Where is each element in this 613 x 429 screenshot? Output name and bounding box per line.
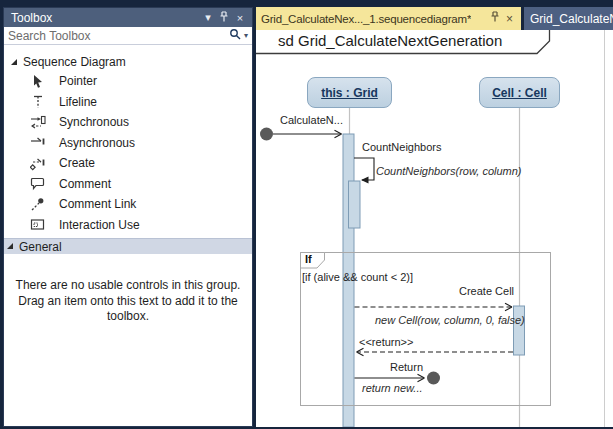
toolbox-item-pointer[interactable]: Pointer [4,71,252,92]
pin-icon[interactable] [487,11,502,26]
editor-area: Grid_CalculateNex..._1.sequencediagram* … [256,0,613,427]
item-label: Interaction Use [59,218,140,232]
message-return-label[interactable]: <<return>> [359,336,413,348]
search-input[interactable] [8,29,229,43]
comment-icon [29,176,46,192]
comment-link-icon [29,196,46,212]
section-label: General [19,240,62,254]
toolbox-item-comment[interactable]: Comment [4,174,252,195]
interaction-use-icon [29,217,46,233]
lifeline-icon [29,94,46,110]
item-label: Pointer [59,74,97,88]
section-label: Sequence Diagram [23,55,126,69]
diagram-frame-title[interactable]: sd Grid_CalculateNextGeneration [278,32,502,49]
create-icon [29,155,46,171]
toolbox-item-lifeline[interactable]: Lifeline [4,92,252,113]
fragment-if-operator[interactable]: If [305,253,312,265]
toolbox-content: Sequence Diagram Pointer Lifeline Sync [4,45,252,426]
tab-label: Grid_CalculateNe... [530,12,613,26]
toolbox-titlebar[interactable]: Toolbox ▾ × [4,8,252,27]
asynchronous-icon [29,135,46,151]
magnifier-icon[interactable] [229,27,242,45]
message-calculate-label[interactable]: CalculateN... [280,114,343,126]
synchronous-icon [29,114,46,130]
pointer-icon [29,73,46,89]
close-icon[interactable]: × [232,12,248,24]
message-countneighbors-signature[interactable]: CountNeighbors(row, column) [376,165,522,177]
item-label: Create [59,156,95,170]
lifeline-head-cell[interactable]: Cell : Cell [479,77,560,108]
toolbox-panel: Toolbox ▾ × ▾ Sequence Diagram Pointer [3,7,253,427]
message-countneighbors-arrowhead [361,176,369,183]
fragment-if-guard[interactable]: [if (alive && count < 2)] [302,271,413,283]
found-message-endpoint[interactable] [260,128,273,141]
item-label: Lifeline [59,95,97,109]
section-header-general[interactable]: General [4,238,252,254]
item-label: Synchronous [59,115,129,129]
item-label: Comment [59,177,111,191]
expanded-triangle-icon [7,243,13,249]
message-lost-return-signature[interactable]: return new... [362,382,423,394]
message-countneighbors-line[interactable] [354,158,374,180]
window-position-dropdown-icon[interactable]: ▾ [200,11,216,24]
tab-sequencediagram-active[interactable]: Grid_CalculateNex..._1.sequencediagram* … [256,7,521,30]
toolbox-item-asynchronous[interactable]: Asynchronous [4,133,252,154]
lost-message-endpoint[interactable] [427,372,440,385]
message-create-signature[interactable]: new Cell(row, column, 0, false) [375,314,525,326]
vs-window: { "colors": { "window_bg": "#16253D", "t… [0,0,613,429]
item-label: Asynchronous [59,136,135,150]
message-lost-return-label[interactable]: Return [390,361,423,373]
expanded-triangle-icon [11,59,17,65]
close-icon[interactable]: × [502,12,517,26]
empty-group-text: There are no usable controls in this gro… [14,278,242,325]
item-label: Comment Link [59,197,136,211]
tab-label: Grid_CalculateNex..._1.sequencediagram* [261,13,471,25]
toolbox-item-interaction-use[interactable]: Interaction Use [4,215,252,236]
toolbox-search-box: ▾ [4,27,252,45]
lifeline-head-this-grid[interactable]: this : Grid [307,77,392,108]
message-create-label[interactable]: Create Cell [459,285,514,297]
activation-countneighbors[interactable] [349,181,361,228]
toolbox-item-create[interactable]: Create [4,153,252,174]
diagram-canvas[interactable]: sd Grid_CalculateNextGeneration this : G… [256,30,613,427]
search-options-dropdown-icon[interactable]: ▾ [244,31,248,40]
tab-grid-calculate-inactive[interactable]: Grid_CalculateNe... [524,7,613,30]
section-header-sequence-diagram[interactable]: Sequence Diagram [4,53,252,71]
message-countneighbors-label[interactable]: CountNeighbors [362,141,442,153]
toolbox-item-comment-link[interactable]: Comment Link [4,194,252,215]
toolbox-title: Toolbox [11,11,52,25]
pin-icon[interactable] [216,11,232,25]
toolbox-item-synchronous[interactable]: Synchronous [4,112,252,133]
